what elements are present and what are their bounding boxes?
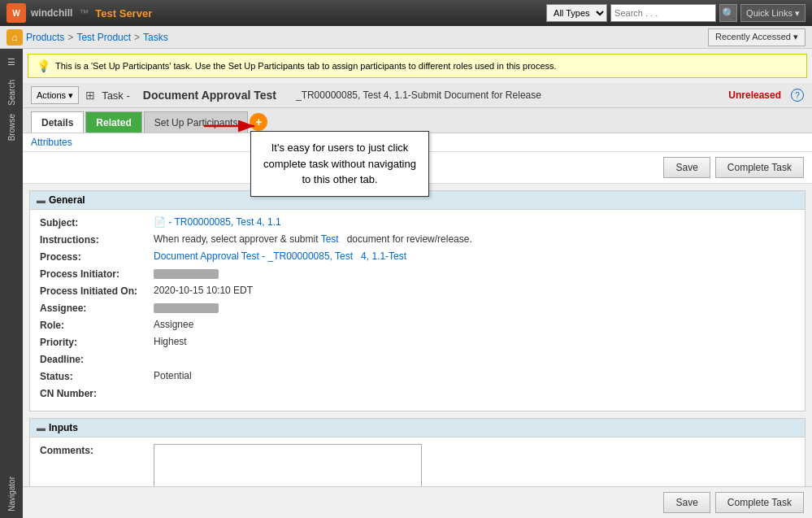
deadline-label: Deadline: (40, 353, 154, 365)
task-info: _TR00000085, Test 4, 1.1-Submit Document… (296, 89, 541, 101)
svg-text:W: W (12, 9, 20, 18)
role-row: Role: Assignee (40, 319, 795, 331)
process-initiated-on-label: Process Initiated On: (40, 285, 154, 297)
comments-label: Comments: (40, 444, 154, 456)
assignee-value (154, 302, 795, 313)
type-select[interactable]: All Types (546, 4, 607, 22)
instructions-value: When ready, select approver & submit Tes… (154, 233, 795, 245)
task-header: Actions ▾ ⊞ Task - Document Approval Tes… (23, 83, 812, 108)
role-label: Role: (40, 319, 154, 331)
instructions-label: Instructions: (40, 233, 154, 246)
assignee-label: Assignee: (40, 302, 154, 314)
search-input[interactable] (610, 4, 716, 22)
logo-area: W windchill ™ Test Server (7, 3, 152, 23)
windchill-logo-icon: W (7, 3, 26, 23)
general-section-body: Subject: 📄 - TR00000085, Test 4, 1.1 Ins… (30, 210, 805, 411)
app-name-label: windchill (31, 7, 72, 19)
process-initiator-label: Process Initiator: (40, 268, 154, 280)
tab-related[interactable]: Related (85, 111, 141, 133)
instructions-test-link[interactable]: Test (321, 233, 339, 245)
task-type-icon: ⊞ (85, 89, 95, 102)
unreleased-badge: Unreleased (728, 89, 781, 101)
complete-task-button-top[interactable]: Complete Task (715, 157, 804, 178)
task-label: Task - (102, 89, 130, 102)
subject-link[interactable]: - TR00000085, Test 4, 1.1 (168, 216, 280, 228)
general-toggle-icon[interactable]: ▬ (37, 195, 46, 205)
deadline-row: Deadline: (40, 353, 795, 365)
sidebar-toggle-icon[interactable]: ☰ (2, 52, 21, 72)
search-area: All Types 🔍 Quick Links ▾ (546, 4, 805, 22)
inputs-toggle-icon[interactable]: ▬ (37, 423, 46, 433)
cn-number-label: CN Number: (40, 387, 154, 399)
complete-task-button-bottom[interactable]: Complete Task (715, 492, 804, 513)
recently-accessed-button[interactable]: Recently Accessed ▾ (708, 28, 805, 46)
warning-icon: 💡 (37, 59, 50, 72)
left-sidebar: ☰ Search Browse Navigator (0, 49, 23, 518)
breadcrumb-tasks[interactable]: Tasks (143, 32, 168, 43)
subject-value: 📄 - TR00000085, Test 4, 1.1 (154, 216, 795, 228)
subject-row: Subject: 📄 - TR00000085, Test 4, 1.1 (40, 216, 795, 229)
red-arrow-icon (204, 117, 261, 135)
assignee-row: Assignee: (40, 302, 795, 314)
priority-label: Priority: (40, 336, 154, 348)
priority-value: Highest (154, 336, 795, 347)
warning-banner: 💡 This is a 'Set Up Participants' task. … (28, 54, 807, 78)
sidebar-search-label[interactable]: Search (7, 80, 16, 106)
home-symbol: ⌂ (11, 32, 17, 43)
breadcrumb-sep-2: > (134, 32, 140, 43)
instructions-row: Instructions: When ready, select approve… (40, 233, 795, 246)
breadcrumb-products[interactable]: Products (26, 32, 64, 43)
process-initiated-on-value: 2020-10-15 10:10 EDT (154, 285, 795, 296)
role-value: Assignee (154, 319, 795, 330)
breadcrumb-bar: ⌂ Products > Test Product > Tasks Recent… (0, 26, 812, 49)
bottom-action-buttons: Save Complete Task (23, 486, 812, 518)
tooltip-box: It's easy for users to just click comple… (250, 131, 429, 197)
status-value: Potential (154, 370, 795, 381)
sidebar-browse-label[interactable]: Browse (7, 114, 16, 141)
process-initiated-on-row: Process Initiated On: 2020-10-15 10:10 E… (40, 285, 795, 297)
status-row: Status: Potential (40, 370, 795, 382)
sidebar-navigator-label[interactable]: Navigator (7, 477, 16, 511)
save-button-top[interactable]: Save (663, 157, 710, 178)
tabs-bar: Details Related Set Up Participants + It… (23, 108, 812, 133)
home-icon[interactable]: ⌂ (7, 29, 23, 46)
task-title: Document Approval Test (143, 89, 276, 102)
process-label: Process: (40, 250, 154, 263)
topbar: W windchill ™ Test Server All Types 🔍 Qu… (0, 0, 812, 26)
tooltip-text: It's easy for users to just click comple… (263, 141, 416, 185)
subject-label: Subject: (40, 216, 154, 229)
breadcrumb-sep-1: > (67, 32, 73, 43)
main-content: 💡 This is a 'Set Up Participants' task. … (23, 49, 812, 518)
process-initiator-redacted (154, 269, 219, 279)
warning-text: This is a 'Set Up Participants' task. Us… (55, 61, 557, 71)
quick-links-button[interactable]: Quick Links ▾ (740, 4, 805, 22)
process-value: Document Approval Test - _TR00000085, Te… (154, 250, 795, 262)
process-row: Process: Document Approval Test - _TR000… (40, 250, 795, 263)
inputs-header-label: Inputs (49, 422, 78, 433)
server-name-label: Test Server (95, 7, 152, 20)
tab-details[interactable]: Details (31, 111, 84, 133)
process-initiator-row: Process Initiator: (40, 268, 795, 280)
actions-button[interactable]: Actions ▾ (31, 86, 79, 104)
general-section: ▬ General Subject: 📄 - TR00000085, Test … (29, 190, 805, 411)
cn-number-row: CN Number: (40, 387, 795, 399)
inputs-section-header: ▬ Inputs (30, 419, 805, 437)
status-label: Status: (40, 370, 154, 382)
save-button-bottom[interactable]: Save (663, 492, 710, 513)
search-button[interactable]: 🔍 (719, 4, 737, 22)
attributes-label: Attributes (31, 137, 72, 148)
process-link[interactable]: Document Approval Test - _TR00000085, Te… (154, 250, 406, 262)
assignee-redacted (154, 303, 219, 313)
priority-row: Priority: Highest (40, 336, 795, 348)
process-initiator-value (154, 268, 795, 279)
general-header-label: General (49, 194, 85, 206)
help-icon[interactable]: ? (791, 89, 804, 102)
breadcrumb-test-product[interactable]: Test Product (76, 32, 131, 43)
subject-icon[interactable]: 📄 (154, 216, 166, 228)
